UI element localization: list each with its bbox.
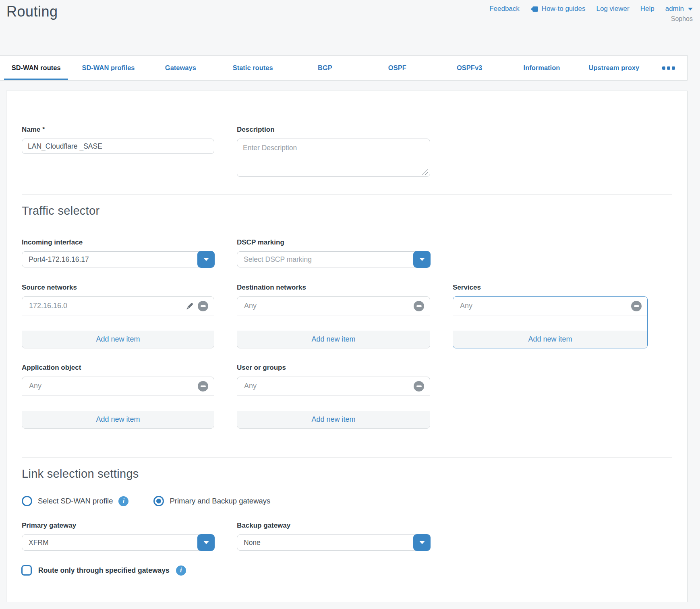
routing-tabbar: SD-WAN routes SD-WAN profiles Gateways S…: [0, 55, 688, 81]
sdwan-route-form: Name * Description Traffic selector Inco…: [6, 91, 688, 602]
dropdown-button[interactable]: [197, 251, 215, 268]
source-networks-label: Source networks: [22, 284, 214, 292]
add-new-item-button[interactable]: Add new item: [22, 331, 214, 348]
more-dots-icon: [662, 66, 665, 70]
page-header: Routing Feedback How-to guides Log viewe…: [0, 0, 700, 55]
dscp-marking-label: DSCP marking: [237, 238, 430, 246]
chevron-down-icon: [419, 541, 425, 544]
dscp-marking-select[interactable]: Select DSCP marking: [237, 251, 430, 267]
log-viewer-link[interactable]: Log viewer: [596, 5, 630, 13]
dscp-marking-group: DSCP marking Select DSCP marking: [237, 238, 430, 267]
route-only-checkbox-label: Route only through specified gateways: [38, 566, 170, 575]
link-selection-options: Select SD-WAN profile i Primary and Back…: [22, 496, 672, 506]
destination-networks-listbox: Any Add new item: [237, 296, 430, 348]
page-title: Routing: [6, 3, 58, 20]
tab[interactable]: SD-WAN routes: [0, 56, 72, 80]
tab[interactable]: Gateways: [145, 56, 217, 80]
name-input[interactable]: [22, 139, 214, 154]
tab[interactable]: Static routes: [217, 56, 289, 80]
remove-item-icon[interactable]: [631, 301, 642, 311]
chevron-down-icon: [688, 8, 693, 10]
sdwan-profile-radio-option[interactable]: Select SD-WAN profile i: [22, 496, 128, 506]
dropdown-button[interactable]: [413, 251, 431, 268]
radio-unchecked-icon[interactable]: [22, 496, 32, 506]
route-only-checkbox[interactable]: [21, 565, 32, 576]
list-item: Any: [22, 377, 214, 396]
description-field-group: Description: [237, 126, 430, 178]
services-label: Services: [453, 284, 648, 292]
tab[interactable]: OSPF: [361, 56, 433, 80]
add-new-item-button[interactable]: Add new item: [453, 331, 647, 348]
application-object-listbox: Any Add new item: [22, 377, 214, 429]
list-item: Any: [237, 377, 430, 396]
link-selection-heading: Link selection settings: [22, 467, 672, 481]
remove-item-icon[interactable]: [198, 301, 208, 311]
header-utility-area: Feedback How-to guides Log viewer Help a…: [489, 5, 693, 23]
section-divider: [22, 194, 672, 195]
source-networks-group: Source networks 172.16.16.0: [22, 284, 214, 348]
name-label: Name *: [22, 126, 214, 134]
howto-guides-link[interactable]: How-to guides: [530, 5, 586, 13]
info-icon[interactable]: i: [176, 566, 186, 576]
section-divider: [22, 457, 672, 458]
add-new-item-button[interactable]: Add new item: [22, 411, 214, 428]
info-icon[interactable]: i: [118, 496, 128, 506]
video-camera-icon: [530, 6, 538, 12]
services-group: Services Any Add new item: [453, 284, 648, 348]
edit-pencil-icon[interactable]: [185, 302, 194, 311]
radio-checked-icon[interactable]: [153, 496, 164, 506]
user-or-groups-label: User or groups: [237, 364, 430, 372]
destination-networks-label: Destination networks: [237, 284, 430, 292]
traffic-selector-heading: Traffic selector: [22, 204, 672, 218]
dropdown-button[interactable]: [413, 534, 431, 551]
tab[interactable]: Upstream proxy: [578, 56, 650, 80]
description-input[interactable]: [237, 139, 430, 177]
source-networks-listbox: 172.16.16.0 Add new item: [22, 296, 214, 348]
user-menu[interactable]: admin: [665, 5, 693, 13]
tab[interactable]: BGP: [289, 56, 361, 80]
chevron-down-icon: [203, 258, 209, 261]
help-link[interactable]: Help: [640, 5, 654, 13]
primary-backup-radio-option[interactable]: Primary and Backup gateways: [153, 496, 270, 506]
backup-gateway-select[interactable]: None: [237, 534, 430, 551]
primary-gateway-select[interactable]: XFRM: [22, 534, 214, 551]
list-item: Any: [237, 297, 430, 315]
backup-gateway-label: Backup gateway: [237, 522, 430, 530]
tab[interactable]: OSPFv3: [433, 56, 505, 80]
services-listbox: Any Add new item: [453, 296, 648, 348]
list-item: Any: [453, 297, 647, 315]
add-new-item-button[interactable]: Add new item: [237, 331, 430, 348]
user-or-groups-listbox: Any Add new item: [237, 377, 430, 429]
name-field-group: Name *: [22, 126, 214, 178]
add-new-item-button[interactable]: Add new item: [237, 411, 430, 428]
required-asterisk: *: [42, 126, 45, 133]
list-item: 172.16.16.0: [22, 297, 214, 315]
feedback-link[interactable]: Feedback: [489, 5, 520, 13]
incoming-interface-group: Incoming interface Port4-172.16.16.17: [22, 238, 214, 267]
tab[interactable]: Information: [505, 56, 578, 80]
tab[interactable]: SD-WAN profiles: [72, 56, 144, 80]
primary-gateway-group: Primary gateway XFRM: [22, 522, 214, 551]
destination-networks-group: Destination networks Any Add new item: [237, 284, 430, 348]
application-object-label: Application object: [22, 364, 214, 372]
remove-item-icon[interactable]: [414, 301, 424, 311]
route-only-checkbox-row: Route only through specified gateways i: [21, 565, 672, 576]
tabs-overflow-menu[interactable]: [650, 56, 687, 80]
chevron-down-icon: [419, 258, 425, 261]
incoming-interface-label: Incoming interface: [22, 238, 214, 246]
top-nav-links: Feedback How-to guides Log viewer Help a…: [489, 5, 693, 13]
dropdown-button[interactable]: [197, 534, 215, 551]
application-object-group: Application object Any Add new item: [22, 364, 214, 429]
incoming-interface-select[interactable]: Port4-172.16.16.17: [22, 251, 214, 267]
description-label: Description: [237, 126, 430, 134]
chevron-down-icon: [203, 541, 209, 544]
primary-gateway-label: Primary gateway: [22, 522, 214, 530]
user-or-groups-group: User or groups Any Add new item: [237, 364, 430, 429]
backup-gateway-group: Backup gateway None: [237, 522, 430, 551]
remove-item-icon[interactable]: [414, 381, 424, 392]
brand-label: Sophos: [671, 15, 693, 23]
remove-item-icon[interactable]: [198, 381, 208, 392]
